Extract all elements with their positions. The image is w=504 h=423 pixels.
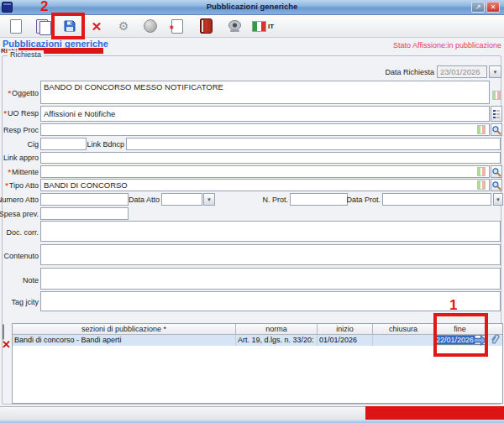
- tricolor-indicator-icon: [477, 125, 486, 134]
- mittente-field[interactable]: [40, 165, 490, 178]
- tipo-atto-label: *Tipo Atto: [5, 181, 39, 190]
- chevron-down-icon: ▼: [493, 70, 498, 75]
- spesa-prev-field[interactable]: [40, 207, 129, 220]
- uo-resp-label: *UO Resp: [3, 109, 39, 118]
- camera-icon: [228, 20, 242, 33]
- column-header-inizio[interactable]: inizio: [318, 324, 373, 335]
- tag-jcity-label: Tag jcity: [11, 298, 39, 306]
- red-book-icon: [200, 18, 213, 34]
- search-icon: [491, 180, 501, 191]
- data-richiesta-field[interactable]: [437, 65, 487, 78]
- annotation-box-2: [51, 13, 85, 39]
- data-prot-dropdown[interactable]: ▼: [493, 193, 503, 206]
- copy-icon: [36, 19, 50, 34]
- link-bdncp-label: Link Bdncp: [87, 140, 124, 149]
- delete-button[interactable]: ✕: [86, 17, 108, 35]
- data-prot-field[interactable]: [382, 193, 491, 206]
- application-window: Pubblicazioni generiche ↗ ✕ ✕ ⚙: [0, 0, 504, 423]
- search-icon: [491, 125, 501, 135]
- attachment-icon: [490, 333, 501, 346]
- data-richiesta-dropdown[interactable]: ▼: [489, 65, 501, 78]
- note-field[interactable]: [40, 268, 501, 290]
- link-bdncp-field[interactable]: [126, 138, 501, 150]
- mittente-label: *Mittente: [8, 168, 39, 176]
- mittente-search-button[interactable]: [491, 165, 502, 178]
- doc-corr-field[interactable]: [40, 221, 501, 242]
- data-atto-dropdown[interactable]: ▼: [203, 193, 215, 206]
- note-label: Note: [23, 276, 39, 285]
- numero-atto-label: Numero Atto: [0, 196, 39, 204]
- annotation-label-2: 2: [40, 0, 48, 13]
- italy-flag-icon: [252, 21, 266, 32]
- tricolor-indicator-icon: [477, 167, 486, 176]
- new-document-icon: [10, 19, 22, 34]
- chevron-down-icon: ▼: [496, 197, 501, 202]
- cig-field[interactable]: [40, 138, 87, 150]
- tipo-atto-search-button[interactable]: [491, 179, 502, 191]
- data-atto-field[interactable]: [161, 193, 202, 206]
- data-prot-label: Data Prot.: [346, 196, 381, 204]
- close-icon: ✕: [491, 3, 496, 11]
- cell-norma[interactable]: Art. 19, d.lgs. n. 33/20:: [236, 335, 318, 346]
- restore-icon: ↗: [475, 3, 481, 11]
- export-button[interactable]: *: [166, 17, 188, 35]
- archive-button[interactable]: [195, 17, 217, 35]
- numero-atto-field[interactable]: [40, 193, 129, 206]
- table-header-row: sezioni di pubblicazione * norma inizio …: [13, 324, 502, 335]
- n-prot-label: N. Prot.: [262, 196, 288, 204]
- uo-resp-field[interactable]: [40, 106, 490, 122]
- restore-button[interactable]: ↗: [471, 2, 485, 13]
- data-atto-label: Data Atto: [129, 196, 160, 204]
- resp-proc-label: Resp Proc: [3, 126, 39, 134]
- delete-row-button[interactable]: ✕: [2, 337, 11, 352]
- delete-row-x-icon: ✕: [2, 338, 11, 351]
- tag-jcity-field[interactable]: [40, 291, 501, 311]
- redaction-bar: [365, 406, 504, 420]
- oggetto-label: *Oggetto: [8, 89, 39, 97]
- doc-corr-label: Doc. corr.: [6, 228, 39, 237]
- cell-chiusura[interactable]: [373, 335, 434, 346]
- oggetto-field[interactable]: BANDO DI CONCORSO MESSO NOTIFICATORE: [40, 81, 490, 104]
- export-page-icon: *: [171, 19, 183, 34]
- attachment-button[interactable]: [490, 333, 501, 349]
- uo-resp-picker-button[interactable]: [491, 106, 502, 122]
- annotation-label-1: 1: [449, 299, 457, 312]
- tricolor-indicator-icon: [492, 91, 501, 100]
- resp-proc-search-button[interactable]: [491, 123, 502, 136]
- delete-x-icon: ✕: [92, 20, 102, 33]
- tipo-atto-field[interactable]: [40, 179, 490, 191]
- column-header-norma[interactable]: norma: [236, 324, 318, 335]
- language-label: IT: [268, 23, 274, 30]
- new-button[interactable]: [5, 17, 27, 35]
- search-icon: [491, 167, 501, 177]
- cig-label: Cig: [27, 140, 39, 149]
- table-row[interactable]: Bandi di concorso - Bandi aperti Art. 19…: [13, 335, 502, 346]
- chevron-down-icon: ▼: [207, 197, 212, 202]
- tricolor-indicator-icon: [477, 180, 486, 190]
- status-badge: Stato Affissione:in pubblicazione: [393, 41, 501, 50]
- cell-inizio[interactable]: 01/01/2026: [318, 335, 373, 346]
- org-list-icon: [492, 109, 501, 119]
- groupbox-legend: Richiesta: [8, 50, 44, 59]
- stamp-gear-icon: ⚙: [118, 19, 129, 33]
- link-appro-field[interactable]: [40, 152, 501, 164]
- language-button[interactable]: IT: [249, 17, 277, 35]
- camera-button[interactable]: [223, 17, 245, 35]
- gray-circle-icon: [144, 19, 157, 33]
- column-header-sezioni[interactable]: sezioni di pubblicazione *: [13, 324, 236, 335]
- annotation-box-1: [433, 313, 488, 357]
- disabled-button: [139, 17, 161, 35]
- data-richiesta-label: Data Richiesta: [385, 68, 434, 76]
- bottom-edge: [0, 420, 504, 423]
- stamp-button[interactable]: ⚙: [113, 17, 134, 35]
- column-header-chiusura[interactable]: chiusura: [373, 324, 434, 335]
- spesa-prev-label: Spesa prev.: [0, 210, 39, 218]
- sections-table: sezioni di pubblicazione * norma inizio …: [12, 323, 503, 404]
- resp-proc-field[interactable]: [40, 123, 490, 136]
- cell-sezione[interactable]: Bandi di concorso - Bandi aperti: [13, 335, 236, 346]
- close-button[interactable]: ✕: [486, 2, 500, 13]
- window-title: Pubblicazioni generiche: [0, 2, 504, 11]
- contenuto-field[interactable]: [40, 244, 501, 265]
- n-prot-field[interactable]: [290, 193, 348, 206]
- contenuto-label: Contenuto: [3, 252, 39, 260]
